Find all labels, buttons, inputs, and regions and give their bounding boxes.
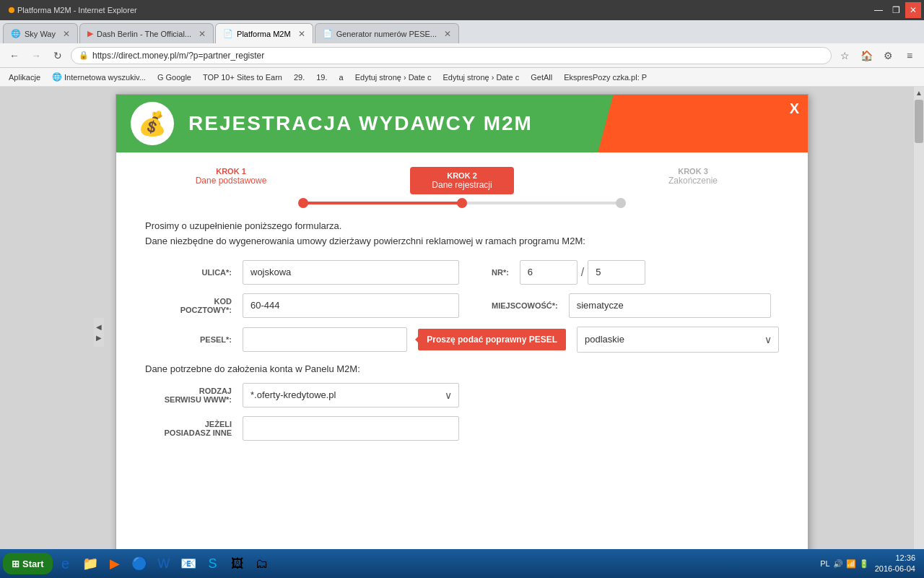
pesel-input[interactable] [243,327,407,352]
tab-platforma-icon: 📄 [223,29,233,38]
tab-generator-label: Generator numerów PESE... [336,30,437,38]
tab-platforma-label: Platforma M2M [237,30,291,38]
step-1: KROK 1 Dane podstawowe [152,167,310,189]
steps-section: KROK 1 Dane podstawowe KROK 2 Dane rejes… [116,152,808,202]
bookmark-ie-icon: 🌐 [52,72,62,82]
rodzaj-select-wrapper: *.oferty-kredytowe.pl ∨ [243,383,459,407]
tab-indicator [9,7,14,13]
ulica-input[interactable] [243,260,459,285]
step3-number: KROK 3 [668,167,718,176]
pesel-error-tooltip: Proszę podać poprawny PESEL [418,329,566,350]
restore-button[interactable]: ❒ [888,2,904,18]
taskbar-right: PL 🔊 📶 🔋 12:36 2016-06-04 [814,553,921,575]
bookmark-google-icon: G [157,73,164,82]
reload-button[interactable]: ↻ [49,47,66,64]
taskbar-word-icon[interactable]: W [152,552,175,575]
speaker-icon: 🔊 [833,559,843,569]
tab-skyway[interactable]: 🌐 Sky Way ✕ [3,23,78,43]
bookmark-aplikacje[interactable]: Aplikacje [6,72,43,83]
window-close-button[interactable]: ✕ [905,2,921,18]
tab-generator[interactable]: 📄 Generator numerów PESE... ✕ [315,23,459,43]
step2-number: KROK 2 [432,171,492,180]
nr-input[interactable] [520,260,578,285]
address-bar[interactable]: 🔒 https://direct.money.pl/m/?p=partner_r… [71,47,832,64]
tools-button[interactable]: ⚙ [879,47,897,64]
miejscowosc-input[interactable] [569,293,771,318]
dialog-header: 💰 REJESTRACJA WYDAWCY M2M X [116,95,808,152]
bookmark-top10-label: TOP 10+ Sites to Earn [203,73,282,82]
form-intro: Prosimy o uzupełnienie poniższego formul… [145,219,779,249]
form-body: Prosimy o uzupełnienie poniższego formul… [116,212,808,464]
clock: 12:36 2016-06-04 [875,553,915,575]
step-3: KROK 3 Zakończenie [614,167,772,189]
bookmark-edytuj1[interactable]: Edytuj stronę › Date c [352,72,435,83]
step2-box: KROK 2 Dane rejestracji [410,167,513,194]
scroll-up-button[interactable]: ▲ [914,87,924,98]
rodzaj-value: *.oferty-kredytowe.pl [250,389,336,400]
kod-input[interactable] [243,293,459,318]
taskbar-photos-icon[interactable]: 🖼 [226,552,249,575]
taskbar-ie-icon[interactable]: e [54,552,77,575]
menu-button[interactable]: ≡ [901,47,918,64]
tab-skyway-close[interactable]: ✕ [63,29,70,39]
intro-line2: Dane niezbędne do wygenerowania umowy dz… [145,234,779,249]
bookmark-19[interactable]: 19. [313,72,330,83]
kod-label: KODPOCZTOWY*: [145,297,232,314]
scrollbar[interactable]: ▲ [914,87,924,549]
jezeli-input[interactable] [243,416,459,441]
side-arrows[interactable]: ◀ ▶ [94,318,104,347]
home-button[interactable]: 🏠 [858,47,875,64]
province-wrapper: podlaskie mazowieckie lubelskie łódzkie … [577,327,779,353]
taskbar-outlook-icon[interactable]: 📧 [177,552,200,575]
rodzaj-label: RODZAJSERWISU WWW*: [145,387,232,404]
bookmark-top10[interactable]: TOP 10+ Sites to Earn [200,72,285,83]
nr2-input[interactable] [588,260,645,285]
tab-platforma[interactable]: 📄 Platforma M2M ✕ [215,23,313,43]
rodzaj-select[interactable]: *.oferty-kredytowe.pl [243,383,459,407]
bookmark-edytuj1-label: Edytuj stronę › Date c [355,73,432,82]
start-button[interactable]: ⊞ Start [3,553,53,574]
tab-skyway-icon: 🌐 [11,29,21,38]
section2-title: Dane potrzebne do założenia konta w Pane… [145,363,779,374]
step1-name: Dane podstawowe [196,176,267,186]
window-controls: — ❒ ✕ [871,2,921,18]
step1-number: KROK 1 [196,167,267,176]
bookmark-edytuj2[interactable]: Edytuj stronę › Date c [440,72,522,83]
star-button[interactable]: ☆ [836,47,853,64]
tab-skyway-label: Sky Way [25,30,56,38]
bookmark-google[interactable]: G Google [154,72,194,83]
tab-generator-close[interactable]: ✕ [444,29,451,39]
tab-title-text: Platforma M2M - Internet Explorer [17,6,137,14]
bookmark-getall[interactable]: GetAll [528,72,555,83]
progress-dot-3 [616,198,626,208]
bookmark-aplikacje-label: Aplikacje [9,73,40,82]
title-bar: Platforma M2M - Internet Explorer — ❒ ✕ [0,0,924,20]
taskbar-media-icon[interactable]: ▶ [103,552,126,575]
ulica-label: ULICA*: [145,268,232,277]
tab-dash-close[interactable]: ✕ [199,29,206,39]
nr-separator: / [581,266,584,279]
bookmark-a-label: a [339,73,344,82]
bookmark-internet[interactable]: 🌐 Internetowa wyszukiv... [49,71,149,83]
step-2: KROK 2 Dane rejestracji [383,167,541,194]
nr-label: NR*: [492,268,509,277]
taskbar-explorer-icon[interactable]: 📁 [79,552,102,575]
tab-dash[interactable]: ▶ Dash Berlin - The Official... ✕ [79,23,214,43]
start-label: Start [22,558,44,569]
scrollbar-thumb[interactable] [915,100,923,143]
minimize-button[interactable]: — [871,2,886,18]
tab-dash-label: Dash Berlin - The Official... [97,30,191,38]
taskbar-files-icon[interactable]: 🗂 [250,552,274,575]
bookmark-29[interactable]: 29. [291,72,308,83]
tab-platforma-close[interactable]: ✕ [298,29,305,39]
forward-button[interactable]: → [27,47,45,64]
taskbar-skype-icon[interactable]: S [201,552,225,575]
bookmark-a[interactable]: a [336,72,346,83]
bookmark-ekspres[interactable]: EkspresPozy czka.pl: P [561,72,650,83]
step3-label: KROK 3 Zakończenie [668,167,718,186]
dialog-close-button[interactable]: X [790,100,799,117]
taskbar-chrome-icon[interactable]: 🔵 [128,552,151,575]
back-button[interactable]: ← [6,47,23,64]
row-jezeli: JEŻELIPOSIADASZ INNE [145,416,779,441]
province-select[interactable]: podlaskie mazowieckie lubelskie łódzkie [577,327,779,353]
